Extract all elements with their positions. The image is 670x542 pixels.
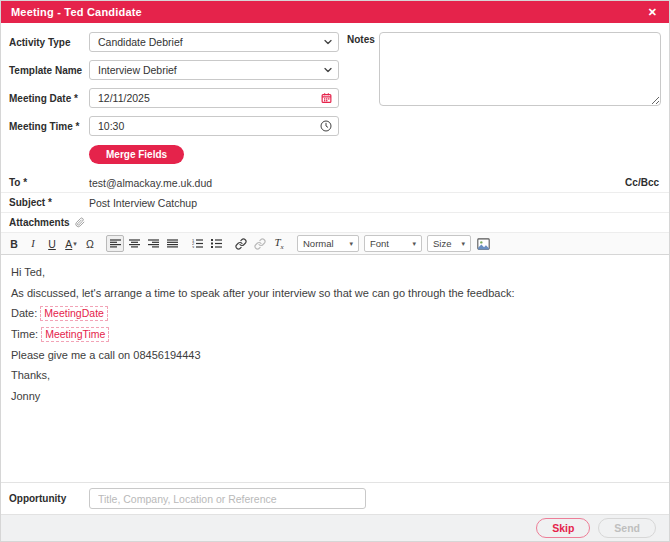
merge-fields-row: Merge Fields bbox=[89, 144, 339, 173]
remove-format-glyph: Tx bbox=[274, 236, 283, 251]
opportunity-label: Opportunity bbox=[9, 493, 89, 504]
align-right-button[interactable] bbox=[144, 235, 162, 252]
email-body-editor[interactable]: Hi Ted, As discussed, let's arrange a ti… bbox=[1, 255, 669, 482]
to-label: To * bbox=[9, 177, 89, 188]
message-phone-line: Please give me a call on 08456194443 bbox=[11, 349, 659, 362]
font-family-combo[interactable]: Font ▾ bbox=[364, 235, 422, 252]
activity-type-label: Activity Type bbox=[9, 37, 89, 48]
italic-button[interactable]: I bbox=[24, 235, 42, 252]
special-character-button[interactable]: Ω bbox=[81, 235, 99, 252]
underline-button[interactable]: U bbox=[43, 235, 61, 252]
underline-glyph: U bbox=[48, 238, 56, 250]
chevron-down-icon bbox=[324, 68, 332, 73]
ccbcc-toggle[interactable]: Cc/Bcc bbox=[625, 177, 659, 188]
form-left-column: Activity Type Candidate Debrief Template… bbox=[9, 32, 339, 173]
message-time-line: Time: MeetingTime bbox=[11, 328, 659, 341]
attachments-row: Attachments bbox=[1, 213, 669, 233]
font-size-combo[interactable]: Size ▾ bbox=[427, 235, 471, 252]
editor-toolbar: B I U A▾ Ω 123 Tx bbox=[1, 233, 669, 255]
activity-type-select[interactable]: Candidate Debrief bbox=[89, 32, 339, 52]
bold-glyph: B bbox=[10, 238, 18, 250]
caret-down-icon: ▾ bbox=[73, 240, 77, 248]
paragraph-format-value: Normal bbox=[303, 238, 334, 249]
to-row: To * test@almackay.me.uk.dud Cc/Bcc bbox=[1, 173, 669, 193]
caret-down-icon: ▾ bbox=[349, 240, 353, 248]
modal-title: Meeting - Ted Candidate bbox=[11, 6, 142, 18]
paperclip-icon[interactable] bbox=[75, 217, 85, 228]
message-closing: Thanks, bbox=[11, 369, 659, 382]
meeting-time-input[interactable]: 10:30 bbox=[89, 116, 339, 136]
text-color-button[interactable]: A▾ bbox=[62, 235, 80, 252]
text-color-glyph: A bbox=[65, 238, 72, 250]
meeting-date-value: 12/11/2025 bbox=[98, 92, 150, 104]
align-justify-button[interactable] bbox=[163, 235, 181, 252]
send-button[interactable]: Send bbox=[598, 518, 656, 538]
align-center-button[interactable] bbox=[125, 235, 143, 252]
modal-footer: Skip Send bbox=[1, 514, 669, 541]
notes-label: Notes bbox=[347, 34, 379, 45]
meeting-time-label: Meeting Time * bbox=[9, 121, 89, 132]
activity-type-value: Candidate Debrief bbox=[98, 36, 183, 48]
meeting-date-merge-token[interactable]: MeetingDate bbox=[40, 306, 108, 321]
attachments-label: Attachments bbox=[9, 217, 89, 228]
link-button[interactable] bbox=[232, 235, 250, 252]
attachments-label-text: Attachments bbox=[9, 217, 70, 228]
unlink-button[interactable] bbox=[251, 235, 269, 252]
numbered-list-button[interactable]: 123 bbox=[188, 235, 206, 252]
message-intro: As discussed, let's arrange a time to sp… bbox=[11, 287, 659, 300]
subject-value[interactable]: Post Interview Catchup bbox=[89, 197, 197, 209]
font-family-value: Font bbox=[370, 238, 389, 249]
font-size-value: Size bbox=[433, 238, 451, 249]
paragraph-format-combo[interactable]: Normal ▾ bbox=[297, 235, 359, 252]
modal-header: Meeting - Ted Candidate ✕ bbox=[1, 1, 669, 23]
calendar-icon[interactable] bbox=[321, 93, 332, 104]
notes-textarea[interactable] bbox=[379, 32, 661, 106]
clock-icon[interactable] bbox=[320, 120, 332, 132]
caret-down-icon: ▾ bbox=[461, 240, 465, 248]
template-name-select[interactable]: Interview Debrief bbox=[89, 60, 339, 80]
chevron-down-icon bbox=[324, 40, 332, 45]
notes-column: Notes bbox=[339, 32, 661, 173]
bullet-list-button[interactable] bbox=[207, 235, 225, 252]
meeting-date-input[interactable]: 12/11/2025 bbox=[89, 88, 339, 108]
merge-fields-button[interactable]: Merge Fields bbox=[89, 145, 184, 164]
to-value[interactable]: test@almackay.me.uk.dud bbox=[89, 177, 212, 189]
meeting-date-row: Meeting Date * 12/11/2025 bbox=[9, 88, 339, 108]
form-section: Activity Type Candidate Debrief Template… bbox=[1, 23, 669, 173]
remove-format-button[interactable]: Tx bbox=[270, 235, 288, 252]
align-left-button[interactable] bbox=[106, 235, 124, 252]
bold-button[interactable]: B bbox=[5, 235, 23, 252]
italic-glyph: I bbox=[31, 238, 35, 249]
subject-row: Subject * Post Interview Catchup bbox=[1, 193, 669, 213]
time-prefix: Time: bbox=[11, 328, 38, 340]
meeting-time-value: 10:30 bbox=[98, 120, 124, 132]
meeting-modal: Meeting - Ted Candidate ✕ Activity Type … bbox=[0, 0, 670, 542]
template-name-value: Interview Debrief bbox=[98, 64, 177, 76]
meeting-time-merge-token[interactable]: MeetingTime bbox=[41, 327, 109, 342]
meeting-date-label: Meeting Date * bbox=[9, 93, 89, 104]
message-greeting: Hi Ted, bbox=[11, 266, 659, 279]
message-signature: Jonny bbox=[11, 390, 659, 403]
meeting-time-row: Meeting Time * 10:30 bbox=[9, 116, 339, 136]
subject-label: Subject * bbox=[9, 197, 89, 208]
omega-glyph: Ω bbox=[86, 238, 94, 250]
opportunity-input[interactable] bbox=[89, 488, 366, 509]
message-date-line: Date: MeetingDate bbox=[11, 307, 659, 320]
insert-image-button[interactable] bbox=[474, 235, 492, 252]
opportunity-row: Opportunity bbox=[1, 482, 669, 514]
svg-text:3: 3 bbox=[192, 245, 195, 248]
caret-down-icon: ▾ bbox=[412, 240, 416, 248]
template-name-label: Template Name bbox=[9, 65, 89, 76]
template-name-row: Template Name Interview Debrief bbox=[9, 60, 339, 80]
activity-type-row: Activity Type Candidate Debrief bbox=[9, 32, 339, 52]
close-icon[interactable]: ✕ bbox=[648, 7, 657, 18]
skip-button[interactable]: Skip bbox=[536, 518, 590, 538]
date-prefix: Date: bbox=[11, 307, 37, 319]
